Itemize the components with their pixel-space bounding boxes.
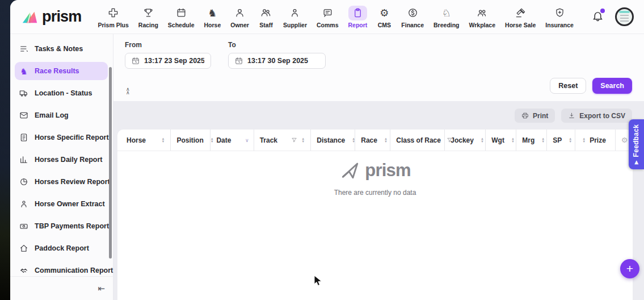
column-header-jockey[interactable]: Jockey ▲▼ <box>444 130 485 151</box>
export-csv-button[interactable]: Export to CSV <box>561 109 632 123</box>
nav-item-horse[interactable]: ♞ Horse <box>200 3 225 31</box>
sort-icon[interactable]: ▲▼ <box>160 136 166 144</box>
nav-item-breeding[interactable]: ♘ Breeding <box>430 3 464 31</box>
nav-item-owner[interactable]: Owner <box>226 3 253 31</box>
column-header-wgt[interactable]: Wgt ▲▼ <box>485 130 516 151</box>
sidebar-item-horse-specific-report[interactable]: Horse Specific Report <box>15 128 108 147</box>
gear-icon: ⚙ <box>377 6 392 20</box>
task-list-icon <box>19 44 28 53</box>
chevron-down-icon[interactable]: ∨ <box>245 138 249 143</box>
filter-icon[interactable] <box>291 137 297 143</box>
results-area: Print Export to CSV Horse ▲▼ Position ▲▼ <box>113 101 644 300</box>
column-header-mrg[interactable]: Mrg ▲▼ <box>516 130 546 151</box>
nav-item-report[interactable]: Report <box>344 3 372 31</box>
column-header-track[interactable]: Track ▲▼ <box>254 130 311 151</box>
table-header-row: Horse ▲▼ Position ▲▼ Date ∨ Track ▲▼ <box>117 130 633 151</box>
gavel-icon <box>513 6 528 20</box>
nav-item-staff[interactable]: Staff <box>255 3 277 31</box>
sidebar-item-tasks-notes[interactable]: Tasks & Notes <box>15 40 108 58</box>
printer-icon <box>521 112 529 119</box>
prism-logo-icon <box>22 9 39 25</box>
sidebar-item-horses-review-report[interactable]: Horses Review Report <box>15 173 108 191</box>
from-field-group: From <box>125 41 211 69</box>
nav-item-finance[interactable]: Finance <box>397 3 428 31</box>
nav-item-wrkplace[interactable]: Wrkplace <box>465 3 500 31</box>
nav-item-racing[interactable]: Racing <box>134 3 162 31</box>
sidebar-item-horse-owner-extract[interactable]: Horse Owner Extract <box>15 195 108 213</box>
column-header-distance[interactable]: Distance ▲▼ <box>310 130 355 151</box>
shield-plus-icon <box>552 6 567 20</box>
reset-button[interactable]: Reset <box>550 78 586 94</box>
calendar-icon <box>174 6 188 20</box>
feedback-tab[interactable]: ▶ Feedback <box>629 119 644 169</box>
main-nav: Prism Plus Racing Schedule ♞ Horse Owner… <box>94 3 578 31</box>
column-header-position[interactable]: Position ▲▼ <box>170 130 210 151</box>
search-button[interactable]: Search <box>592 78 632 94</box>
sort-icon[interactable]: ▲▼ <box>540 136 546 144</box>
nav-item-cms[interactable]: ⚙ CMS <box>373 3 395 31</box>
column-header-horse[interactable]: Horse ▲▼ <box>125 130 170 151</box>
people-icon <box>475 6 490 20</box>
sidebar-collapse-icon[interactable]: ⇤ <box>98 284 105 294</box>
table-actions: Print Export to CSV <box>515 109 632 123</box>
document-icon <box>19 133 28 142</box>
column-header-sp[interactable]: SP ▲▼ <box>546 130 575 151</box>
envelope-icon <box>19 111 28 120</box>
to-label: To <box>228 41 326 49</box>
from-label: From <box>125 41 211 49</box>
sort-icon[interactable]: ▲▼ <box>383 136 389 144</box>
prism-gray-icon <box>339 161 361 180</box>
feedback-label: Feedback <box>633 124 641 157</box>
sidebar-item-race-results[interactable]: ♞ Race Results <box>15 62 108 80</box>
sort-icon[interactable]: ▲▼ <box>581 136 587 144</box>
sidebar-item-horses-daily-report[interactable]: Horses Daily Report <box>15 151 108 169</box>
filter-panel: From To ∧∧ Reset Search <box>113 34 644 101</box>
app-window: prism Prism Plus Racing Schedule ♞ Horse… <box>10 0 644 300</box>
dollar-icon <box>405 6 420 20</box>
results-table: Horse ▲▼ Position ▲▼ Date ∨ Track ▲▼ <box>117 130 633 300</box>
column-header-class-of-race[interactable]: Class of Race <box>390 130 444 151</box>
sidebar-item-paddock-report[interactable]: Paddock Report <box>15 239 108 257</box>
nav-item-horse-sale[interactable]: Horse Sale <box>501 3 540 31</box>
sidebar-scrollbar[interactable] <box>109 67 112 259</box>
sidebar-item-email-log[interactable]: Email Log <box>15 106 108 124</box>
from-date-picker[interactable] <box>125 53 211 69</box>
nav-item-prism-plus[interactable]: Prism Plus <box>94 3 133 31</box>
empty-state-wordmark: prism <box>365 160 410 181</box>
sort-icon[interactable]: ▲▼ <box>567 136 573 144</box>
gear-icon[interactable]: ⚙ <box>621 136 628 144</box>
sidebar-item-location-status[interactable]: Location - Status <box>15 84 108 102</box>
person-icon <box>233 6 247 20</box>
truck-icon <box>19 89 28 98</box>
person-icon <box>19 199 28 209</box>
column-header-prize[interactable]: ▲▼ Prize <box>575 130 615 151</box>
add-button[interactable]: + <box>620 259 639 278</box>
brand-logo[interactable]: prism <box>22 8 82 26</box>
from-date-input[interactable] <box>144 57 204 65</box>
nav-item-schedule[interactable]: Schedule <box>164 3 199 31</box>
sort-icon[interactable]: ▲▼ <box>479 136 485 144</box>
print-button[interactable]: Print <box>515 109 555 123</box>
nav-item-comms[interactable]: Comms <box>313 3 343 31</box>
user-avatar[interactable] <box>615 7 634 26</box>
person-icon <box>288 6 302 20</box>
collapse-filters-icon[interactable]: ∧∧ <box>126 88 130 94</box>
to-date-input[interactable] <box>247 57 319 65</box>
trophy-icon <box>141 6 155 20</box>
sidebar-item-tbp-payments-report[interactable]: TBP Payments Report <box>15 217 108 235</box>
to-date-picker[interactable] <box>228 53 326 69</box>
calendar-clock-icon <box>132 57 140 65</box>
sort-icon[interactable]: ▲▼ <box>300 136 306 144</box>
nav-item-supplier[interactable]: Supplier <box>279 3 311 31</box>
payments-icon <box>19 222 28 231</box>
empty-state: prism There are currently no data <box>117 160 633 197</box>
sort-icon[interactable]: ▲▼ <box>510 136 516 144</box>
horse-icon: ♞ <box>205 6 220 20</box>
column-header-race[interactable]: Race ▲▼ <box>355 130 390 151</box>
notifications-bell-icon[interactable] <box>592 10 604 24</box>
nav-item-insurance[interactable]: Insurance <box>541 3 578 31</box>
sidebar: Tasks & Notes ♞ Race Results Location - … <box>10 34 113 300</box>
column-header-date[interactable]: Date ∨ <box>210 130 253 151</box>
empty-state-message: There are currently no data <box>334 189 416 197</box>
bar-chart-icon <box>19 155 28 164</box>
